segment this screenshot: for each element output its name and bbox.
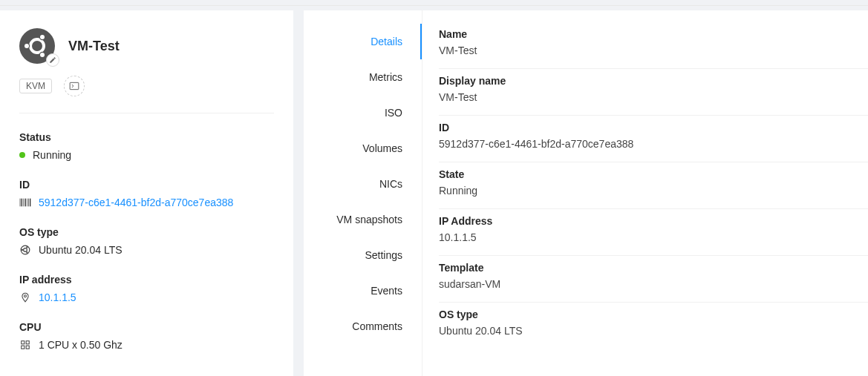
cpu-value: 1 CPU x 0.50 Ghz [39, 339, 123, 351]
svg-point-19 [26, 246, 27, 248]
summary-panel: VM-Test KVM Status Running ID [0, 10, 293, 376]
tab-metrics[interactable]: Metrics [304, 59, 422, 95]
svg-rect-25 [26, 346, 29, 349]
tab-events[interactable]: Events [304, 273, 422, 309]
os-type-value: Ubuntu 20.04 LTS [39, 244, 123, 256]
detail-row-os-type: OS type Ubuntu 20.04 LTS [439, 303, 868, 349]
tab-volumes[interactable]: Volumes [304, 131, 422, 166]
tab-details[interactable]: Details [304, 24, 422, 59]
svg-rect-8 [70, 82, 79, 89]
svg-rect-22 [22, 341, 25, 344]
vm-header: VM-Test [19, 28, 274, 64]
tab-iso[interactable]: ISO [304, 95, 422, 131]
svg-rect-11 [23, 199, 24, 207]
detail-row-state: State Running [439, 162, 868, 209]
top-border [0, 0, 868, 6]
vm-title: VM-Test [68, 39, 120, 54]
svg-point-17 [24, 248, 27, 252]
status-dot [19, 152, 25, 158]
svg-point-18 [22, 249, 23, 251]
id-value-row: 5912d377-c6e1-4461-bf2d-a770ce7ea388 [19, 197, 274, 208]
cpu-block: CPU 1 CPU x 0.50 Ghz [19, 321, 274, 351]
ip-value-row: 10.1.1.5 [19, 291, 274, 303]
svg-rect-13 [27, 199, 27, 207]
detail-id-value: 5912d377-c6e1-4461-bf2d-a770ce7ea388 [439, 138, 868, 150]
detail-state-label: State [439, 168, 868, 180]
chip-row: KVM [19, 76, 274, 96]
svg-point-21 [25, 295, 27, 297]
detail-template-value: sudarsan-VM [439, 278, 868, 290]
tab-list: Details Metrics ISO Volumes NICs VM snap… [304, 10, 422, 376]
tab-settings[interactable]: Settings [304, 237, 422, 273]
pin-icon [19, 292, 31, 303]
svg-rect-23 [26, 341, 29, 344]
os-icon [19, 245, 31, 255]
console-icon [69, 81, 79, 91]
detail-row-ip: IP Address 10.1.1.5 [439, 209, 868, 256]
id-block: ID 5912d377-c6e1-4461-bf2d-a770ce7ea388 [19, 179, 274, 208]
tab-vm-snapshots[interactable]: VM snapshots [304, 202, 422, 237]
svg-rect-9 [20, 199, 21, 207]
svg-rect-14 [28, 199, 29, 207]
detail-row-name: Name VM-Test [439, 28, 868, 69]
detail-os-type-value: Ubuntu 20.04 LTS [439, 325, 868, 337]
cpu-value-row: 1 CPU x 0.50 Ghz [19, 339, 274, 351]
console-button[interactable] [64, 76, 85, 96]
status-block: Status Running [19, 131, 274, 161]
detail-template-label: Template [439, 262, 868, 274]
edit-avatar-button[interactable] [46, 53, 59, 67]
detail-name-label: Name [439, 28, 868, 40]
ip-label: IP address [19, 274, 274, 286]
detail-os-type-label: OS type [439, 309, 868, 320]
status-label: Status [19, 131, 274, 143]
svg-point-20 [26, 251, 27, 253]
svg-point-5 [25, 44, 29, 48]
detail-ip-label: IP Address [439, 215, 868, 227]
os-type-value-row: Ubuntu 20.04 LTS [19, 244, 274, 256]
svg-rect-10 [22, 199, 22, 207]
id-link[interactable]: 5912d377-c6e1-4461-bf2d-a770ce7ea388 [39, 197, 233, 208]
svg-point-6 [40, 35, 45, 39]
status-value-row: Running [19, 149, 274, 161]
cpu-label: CPU [19, 321, 274, 333]
tab-comments[interactable]: Comments [304, 309, 422, 344]
main-layout: VM-Test KVM Status Running ID [0, 6, 868, 376]
svg-rect-24 [22, 346, 25, 349]
svg-point-7 [40, 53, 45, 57]
svg-rect-12 [25, 199, 25, 207]
edit-icon [49, 56, 56, 64]
detail-state-value: Running [439, 185, 868, 197]
details-panel: Details Metrics ISO Volumes NICs VM snap… [304, 10, 868, 376]
detail-display-name-label: Display name [439, 75, 868, 87]
grid-icon [19, 340, 31, 350]
detail-id-label: ID [439, 122, 868, 133]
detail-row-id: ID 5912d377-c6e1-4461-bf2d-a770ce7ea388 [439, 116, 868, 162]
detail-row-template: Template sudarsan-VM [439, 256, 868, 303]
barcode-icon [19, 197, 31, 208]
detail-name-value: VM-Test [439, 44, 868, 56]
detail-ip-value: 10.1.1.5 [439, 231, 868, 243]
tab-nics[interactable]: NICs [304, 166, 422, 202]
ip-block: IP address 10.1.1.5 [19, 274, 274, 303]
id-label: ID [19, 179, 274, 191]
os-avatar [19, 28, 55, 64]
detail-row-display-name: Display name VM-Test [439, 69, 868, 116]
ip-link[interactable]: 10.1.1.5 [39, 291, 76, 303]
divider [19, 113, 274, 113]
hypervisor-chip: KVM [19, 79, 52, 93]
detail-content: Name VM-Test Display name VM-Test ID 591… [422, 10, 868, 376]
os-type-label: OS type [19, 226, 274, 238]
os-type-block: OS type Ubuntu 20.04 LTS [19, 226, 274, 256]
detail-display-name-value: VM-Test [439, 91, 868, 103]
status-value: Running [33, 149, 71, 161]
svg-rect-15 [30, 199, 30, 207]
